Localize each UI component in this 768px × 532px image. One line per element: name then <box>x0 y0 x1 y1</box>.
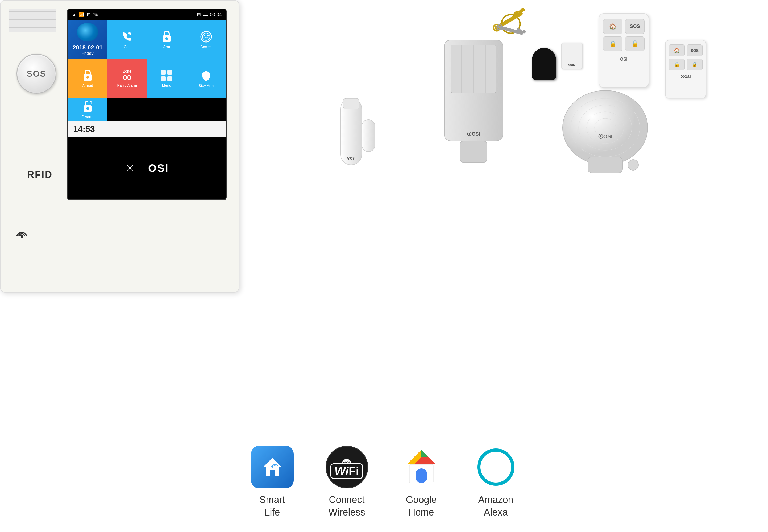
speaker-grille-area <box>9 9 62 40</box>
alexa-icon <box>475 446 517 488</box>
remote-small: 🏠 SOS 🔒 🔓 ⦿OSI <box>665 40 706 98</box>
call-label: Call <box>124 45 130 49</box>
remote-buttons: 🏠 SOS 🔒 🔓 <box>603 19 645 51</box>
door-sensor: ⦿OSI <box>333 98 380 211</box>
svg-line-23 <box>132 165 133 167</box>
osi-text: OSI <box>148 162 169 174</box>
door-sensor-svg: ⦿OSI <box>333 98 380 210</box>
tiles-grid: 2018-02-01 Friday Call <box>68 20 226 121</box>
remote-small-btn-3[interactable]: 🔒 <box>669 59 685 70</box>
stay-arm-label: Stay Arm <box>198 84 214 88</box>
arm-label: Arm <box>163 45 170 49</box>
svg-point-14 <box>86 107 89 110</box>
siren-svg: ⦿OSI <box>559 85 652 178</box>
google-line1: Google <box>406 494 437 505</box>
remote-btn-sos[interactable]: SOS <box>625 19 645 34</box>
call-icon <box>121 30 134 43</box>
sos-button[interactable]: SOS <box>16 54 56 94</box>
tile-arm[interactable]: Arm <box>147 20 186 59</box>
clock-time: 14:53 <box>73 124 95 134</box>
svg-point-5 <box>204 35 205 36</box>
alexa-line2: Alexa <box>484 507 508 518</box>
panic-label: Panic Alarm <box>117 83 137 88</box>
rfid-waves-icon <box>14 226 30 239</box>
svg-rect-45 <box>588 157 622 173</box>
svg-rect-26 <box>362 120 375 152</box>
status-left: ▲ 📶 ⊡ ☏ <box>72 12 99 18</box>
rfid-label: RFID <box>27 169 53 180</box>
remote-small-btn-4[interactable]: 🔓 <box>687 59 703 70</box>
stay-arm-icon <box>200 69 213 82</box>
socket-icon <box>200 30 213 43</box>
svg-rect-39 <box>460 141 487 162</box>
svg-line-17 <box>132 170 133 171</box>
zone-num: 00 <box>123 73 131 82</box>
smart-life-group: Smart Life <box>251 446 294 519</box>
wifi-group: WiFi Connect Wireless <box>326 446 368 519</box>
smart-life-svg <box>259 454 286 480</box>
tile-date[interactable]: 2018-02-01 Friday <box>68 20 107 59</box>
svg-rect-9 <box>161 70 166 75</box>
globe-icon <box>77 23 98 41</box>
smart-life-line2: Life <box>264 507 280 518</box>
svg-text:⦿OSI: ⦿OSI <box>598 134 612 139</box>
svg-rect-12 <box>167 76 172 81</box>
svg-point-40 <box>563 90 648 165</box>
wifi-icon-circle: WiFi <box>326 446 368 488</box>
wireless-line2: Wireless <box>328 507 365 518</box>
alexa-ring <box>477 448 514 486</box>
svg-line-19 <box>127 170 128 171</box>
svg-point-8 <box>86 76 89 79</box>
wifi-text: WiFi <box>330 463 363 479</box>
remote-large: 🏠 SOS 🔒 🔓 OSI <box>599 13 649 88</box>
siren: ⦿OSI <box>559 85 652 179</box>
osi-logo-screen: OSI <box>125 162 169 174</box>
wifi-waves-icon <box>341 455 352 463</box>
svg-point-2 <box>165 37 168 40</box>
wifi-icon: ⊡ <box>87 12 91 18</box>
tile-stay-arm[interactable]: Stay Arm <box>186 59 226 98</box>
day-text: Friday <box>73 51 103 56</box>
tile-disarm[interactable]: Disarm <box>68 98 107 121</box>
screen-bottom: OSI <box>68 137 226 199</box>
tile-menu[interactable]: Menu <box>147 59 186 98</box>
remote-small-btn-sos[interactable]: SOS <box>687 44 703 56</box>
touch-screen: ▲ 📶 ⊡ ☏ ⊟ ▬ 00:04 2018-02-01 Friday <box>67 9 227 200</box>
connect-line1: Connect <box>329 494 364 505</box>
smart-life-label: Smart Life <box>259 494 285 519</box>
status-right: ⊟ ▬ 00:04 <box>197 12 222 18</box>
remote-btn-home[interactable]: 🔒 <box>603 36 622 51</box>
svg-text:⦿OSI: ⦿OSI <box>467 131 480 137</box>
amazon-label: Amazon Alexa <box>478 494 513 519</box>
key-icon: ⊟ <box>197 12 201 18</box>
remote-small-buttons: 🏠 SOS 🔒 🔓 <box>669 44 703 70</box>
smart-life-line1: Smart <box>259 494 285 505</box>
remote-btn-disarm[interactable]: 🔓 <box>625 36 645 51</box>
armed-label: Armed <box>82 84 93 88</box>
menu-icon <box>160 69 173 82</box>
alarm-panel: SOS RFID ▲ 📶 ⊡ ☏ ⊟ ▬ 00:04 <box>0 0 239 293</box>
zone-label: Zone <box>123 69 131 73</box>
screen-time-bar: 14:53 <box>68 121 226 137</box>
smart-life-icon <box>251 446 294 488</box>
tile-panic[interactable]: Zone 00 Panic Alarm <box>107 59 147 98</box>
svg-point-0 <box>21 236 23 238</box>
disarm-icon <box>82 100 94 113</box>
remote-large-brand: OSI <box>620 57 628 62</box>
wifi-label: Connect Wireless <box>328 494 365 519</box>
svg-point-6 <box>207 35 209 36</box>
google-home-svg <box>403 448 440 486</box>
svg-rect-11 <box>161 76 166 81</box>
amazon-alexa-group: Amazon Alexa <box>475 446 517 519</box>
tile-socket[interactable]: Socket <box>186 20 226 59</box>
speaker-grille <box>9 9 56 32</box>
home-line2: Home <box>408 507 434 518</box>
amazon-line1: Amazon <box>478 494 513 505</box>
google-home-icon <box>400 446 443 488</box>
tile-armed[interactable]: Armed <box>68 59 107 98</box>
svg-rect-27 <box>343 98 359 109</box>
remote-btn-lock[interactable]: 🏠 <box>603 19 622 34</box>
remote-small-btn-1[interactable]: 🏠 <box>669 44 685 56</box>
key-fob-black <box>532 48 556 80</box>
tile-call[interactable]: Call <box>107 20 147 59</box>
